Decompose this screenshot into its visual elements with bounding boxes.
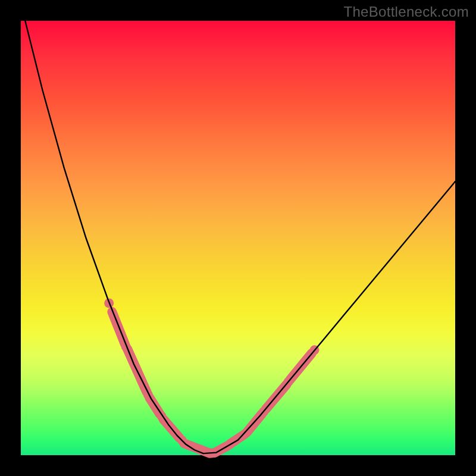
highlight-layer [104,299,319,458]
chart-svg [21,21,455,455]
chart-frame: TheBottleneck.com [0,0,476,476]
highlight-segment [112,312,125,345]
plot-area [21,21,455,455]
bottleneck-curve [25,21,455,453]
highlight-segment [149,397,160,414]
highlight-dot [240,429,250,439]
watermark-text: TheBottleneck.com [343,4,469,20]
